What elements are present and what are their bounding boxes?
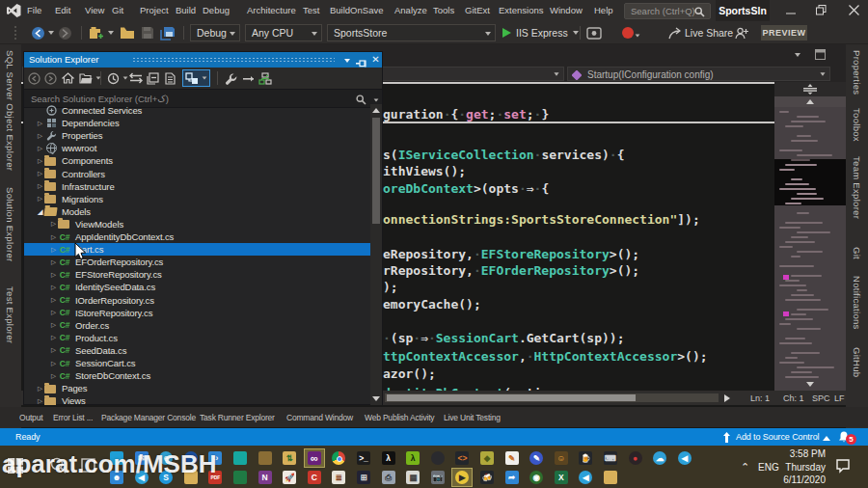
action-center-icon[interactable] bbox=[835, 458, 851, 474]
expand-arrow-icon[interactable]: ▷ bbox=[49, 309, 58, 316]
taskbar-icon-telegram-plane[interactable]: ◀ bbox=[678, 451, 692, 465]
menu-buildonsave[interactable]: BuildOnSave bbox=[330, 0, 383, 21]
source-control-caret[interactable] bbox=[823, 436, 830, 441]
panel-tab-command-window[interactable]: Command Window bbox=[286, 409, 353, 426]
se-tool-sync-with-active-document[interactable] bbox=[182, 69, 210, 87]
expand-arrow-icon[interactable]: ▷ bbox=[36, 145, 44, 152]
menu-edit[interactable]: Edit bbox=[55, 0, 70, 21]
taskbar-icon-calculator[interactable]: ▦ bbox=[406, 471, 420, 484]
right-tab-git[interactable]: Git bbox=[852, 247, 862, 259]
solution-platform-dropdown[interactable]: Any CPU bbox=[245, 24, 322, 41]
taskbar-icon-chrome[interactable] bbox=[332, 451, 345, 465]
panel-tab-web-publish-activity[interactable]: Web Publish Activity bbox=[365, 409, 434, 426]
document-list-caret[interactable] bbox=[795, 53, 800, 57]
scroll-down-arrow[interactable] bbox=[774, 379, 846, 390]
menu-view[interactable]: View bbox=[85, 0, 104, 21]
tray-language[interactable]: ENG bbox=[758, 462, 779, 473]
panel-tab-package-manager-console[interactable]: Package Manager Console bbox=[101, 409, 196, 426]
taskbar-icon-swirl-green[interactable]: ◉ bbox=[529, 471, 543, 484]
expand-arrow-icon[interactable]: ▷ bbox=[49, 334, 58, 341]
expand-arrow-icon[interactable]: ▷ bbox=[36, 195, 44, 203]
taskbar-icon-gem[interactable]: ◆ bbox=[480, 451, 494, 465]
editor-split-handle[interactable] bbox=[774, 82, 846, 96]
expand-arrow-icon[interactable]: ▷ bbox=[36, 182, 44, 190]
taskbar-icon-onenote[interactable]: N bbox=[258, 471, 272, 484]
expand-arrow-icon[interactable]: ▷ bbox=[49, 360, 58, 367]
taskbar-icon-folder-open[interactable] bbox=[604, 471, 617, 484]
menu-window[interactable]: Window bbox=[550, 0, 583, 21]
right-tab-team-explorer[interactable]: Team Explorer bbox=[852, 156, 862, 219]
taskbar-icon-visual-studio[interactable]: ∞ bbox=[308, 451, 321, 465]
tree-item-istorerepository-cs[interactable]: ▷C#IStoreRepository.cs bbox=[24, 307, 370, 319]
left-tab-solution-explorer[interactable]: Solution Explorer bbox=[5, 187, 15, 261]
solution-explorer-titlebar[interactable]: Solution Explorer ✕ bbox=[24, 52, 382, 68]
expand-arrow-icon[interactable]: ▷ bbox=[49, 284, 58, 291]
member-dropdown[interactable]: Startup(IConfiguration config) bbox=[567, 67, 830, 81]
minimize-button[interactable] bbox=[776, 0, 805, 21]
live-share-button[interactable]: Live Share bbox=[668, 24, 733, 41]
menu-debug[interactable]: Debug bbox=[203, 0, 230, 21]
new-project-button[interactable] bbox=[89, 24, 104, 41]
tree-item-seeddata-cs[interactable]: ▷C#SeedData.cs bbox=[24, 344, 370, 357]
se-tool-show-all-files[interactable] bbox=[164, 69, 176, 87]
se-tool-align[interactable] bbox=[242, 69, 255, 87]
taskbar-icon-cloud-blue[interactable]: ☁ bbox=[653, 451, 666, 465]
tree-item-wwwroot[interactable]: ▷wwwroot bbox=[24, 142, 370, 154]
horizontal-scrollbar[interactable] bbox=[385, 393, 719, 402]
expand-arrow-icon[interactable]: ▷ bbox=[36, 397, 44, 405]
record-caret[interactable] bbox=[636, 34, 640, 37]
tree-item-connected services[interactable]: Connected Services bbox=[24, 104, 370, 117]
expand-arrow-icon[interactable]: ▷ bbox=[49, 220, 58, 228]
taskbar-icon-telegram2[interactable]: ◀ bbox=[579, 471, 592, 484]
tree-item-migrations[interactable]: ▷Migrations bbox=[24, 193, 370, 205]
taskbar-icon-lambda-dark[interactable]: λ bbox=[382, 451, 395, 465]
add-to-source-control[interactable]: Add to Source Control bbox=[736, 432, 819, 442]
expand-arrow-icon[interactable]: ▷ bbox=[49, 258, 58, 266]
panel-tab-error-list-[interactable]: Error List ... bbox=[53, 409, 93, 426]
taskbar-icon-pen-white[interactable]: ✎ bbox=[505, 451, 519, 465]
taskbar-icon-notepad[interactable]: ≣ bbox=[332, 471, 345, 484]
minimap-body[interactable] bbox=[774, 107, 846, 379]
preview-badge[interactable]: PREVIEW bbox=[761, 25, 807, 41]
taskbar-icon-folder-sync[interactable]: ⇅ bbox=[283, 451, 296, 465]
se-tool-preview-code[interactable] bbox=[258, 69, 272, 87]
menu-extensions[interactable]: Extensions bbox=[499, 0, 543, 21]
tree-item-iorderrepository-cs[interactable]: ▷C#IOrderRepository.cs bbox=[24, 294, 370, 307]
panel-tab-output[interactable]: Output bbox=[19, 409, 42, 426]
tray-chevron[interactable]: ⌃ bbox=[741, 461, 749, 474]
se-tool-forward[interactable] bbox=[44, 69, 57, 87]
taskbar-icon-bottle-dark[interactable]: 🍺 bbox=[579, 451, 592, 465]
left-tab-test-explorer[interactable]: Test Explorer bbox=[5, 286, 15, 343]
taskbar-icon-rocket[interactable]: 🚀 bbox=[283, 471, 296, 484]
tree-vertical-scrollbar[interactable] bbox=[370, 104, 382, 405]
expand-arrow-icon[interactable]: ▷ bbox=[49, 346, 58, 354]
tree-item-efstorerepository-cs[interactable]: ▷C#EFStoreRepository.cs bbox=[24, 268, 370, 281]
taskbar-icon-char-orange[interactable]: ☺ bbox=[555, 451, 568, 465]
menu-help[interactable]: Help bbox=[594, 0, 613, 21]
taskbar-icon-sheet-green[interactable] bbox=[233, 471, 247, 484]
expand-arrow-icon[interactable]: ▷ bbox=[49, 233, 58, 241]
tray-clock[interactable]: 3:58 PM Thursday 6/11/2020 bbox=[781, 447, 826, 487]
startup-project-dropdown[interactable]: SportsStore bbox=[327, 24, 496, 41]
taskbar-icon-sphere-dark[interactable] bbox=[431, 451, 445, 465]
expand-arrow-icon[interactable]: ▷ bbox=[36, 385, 44, 393]
tree-scroll-down-arrow[interactable] bbox=[372, 396, 380, 401]
taskbar-icon-terminal[interactable]: >_ bbox=[357, 451, 370, 465]
taskbar-icon-lambda-green[interactable]: λ bbox=[406, 451, 420, 465]
navigate-back-caret[interactable] bbox=[48, 31, 54, 35]
taskbar-icon-code-brackets[interactable]: <> bbox=[455, 451, 469, 465]
taskbar-icon-camtasia[interactable]: C bbox=[308, 471, 321, 484]
taskbar-icon-grid-colors[interactable]: ⊞ bbox=[357, 471, 370, 484]
right-tab-notifications[interactable]: Notifications bbox=[852, 276, 862, 330]
menu-build[interactable]: Build bbox=[176, 0, 196, 21]
tree-item-sessioncart-cs[interactable]: ▷C#SessionCart.cs bbox=[24, 357, 370, 369]
solution-configuration-dropdown[interactable]: Debug bbox=[190, 24, 240, 41]
taskbar-icon-pen-blue[interactable]: ✎ bbox=[529, 451, 543, 465]
start-debug-button[interactable]: IIS Express bbox=[502, 24, 579, 41]
right-tab-toolbox[interactable]: Toolbox bbox=[852, 108, 862, 142]
taskbar-icon-excel[interactable]: X bbox=[555, 471, 568, 484]
restore-button[interactable] bbox=[806, 0, 835, 21]
panel-tab-live-unit-testing[interactable]: Live Unit Testing bbox=[444, 409, 501, 426]
expand-arrow-icon[interactable]: ▷ bbox=[49, 271, 58, 279]
expand-arrow-icon[interactable]: ▷ bbox=[36, 170, 44, 177]
